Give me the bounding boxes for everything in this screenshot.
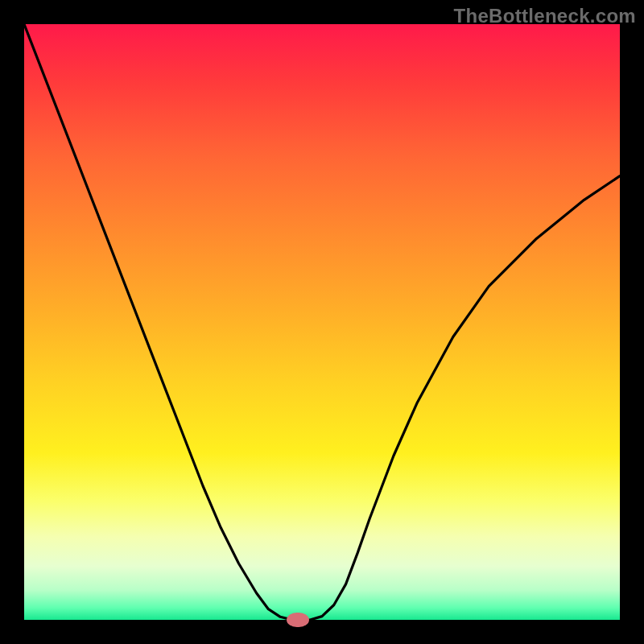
minimum-marker xyxy=(287,613,309,627)
watermark-text: TheBottleneck.com xyxy=(454,5,636,27)
bottleneck-curve xyxy=(24,24,620,620)
curve-svg xyxy=(24,24,620,620)
chart-frame: TheBottleneck.com xyxy=(0,0,644,644)
plot-area xyxy=(24,24,620,620)
